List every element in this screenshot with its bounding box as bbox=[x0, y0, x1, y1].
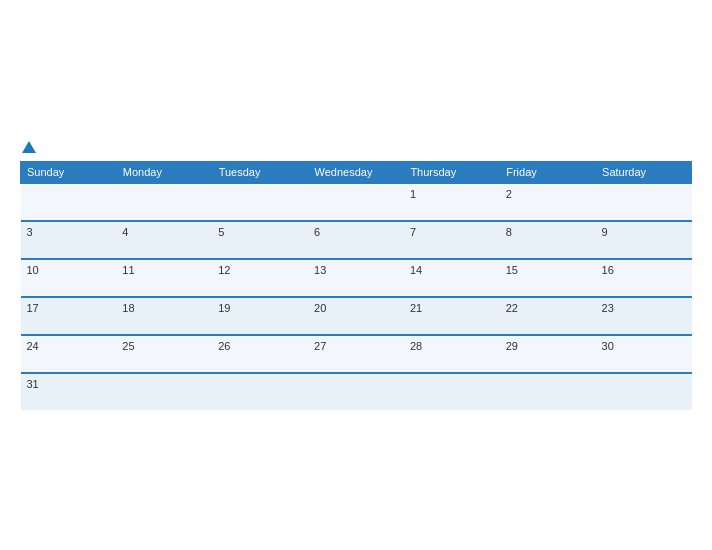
day-number: 5 bbox=[218, 226, 224, 238]
calendar-cell bbox=[21, 183, 117, 221]
day-number: 11 bbox=[122, 264, 134, 276]
week-row-0: 12 bbox=[21, 183, 692, 221]
calendar-cell: 8 bbox=[500, 221, 596, 259]
day-number: 25 bbox=[122, 340, 134, 352]
day-number: 1 bbox=[410, 188, 416, 200]
calendar-body: 1234567891011121314151617181920212223242… bbox=[21, 183, 692, 410]
day-number: 31 bbox=[27, 378, 39, 390]
calendar-cell bbox=[500, 373, 596, 410]
weekday-header-friday: Friday bbox=[500, 161, 596, 183]
day-number: 3 bbox=[27, 226, 33, 238]
day-number: 2 bbox=[506, 188, 512, 200]
day-number: 14 bbox=[410, 264, 422, 276]
calendar-cell: 5 bbox=[212, 221, 308, 259]
calendar-cell bbox=[308, 183, 404, 221]
calendar-cell: 29 bbox=[500, 335, 596, 373]
weekday-header-saturday: Saturday bbox=[596, 161, 692, 183]
weekday-header-tuesday: Tuesday bbox=[212, 161, 308, 183]
calendar-cell: 12 bbox=[212, 259, 308, 297]
calendar-cell: 10 bbox=[21, 259, 117, 297]
day-number: 10 bbox=[27, 264, 39, 276]
calendar-cell: 18 bbox=[116, 297, 212, 335]
week-row-5: 31 bbox=[21, 373, 692, 410]
calendar-cell: 3 bbox=[21, 221, 117, 259]
weekday-header-thursday: Thursday bbox=[404, 161, 500, 183]
calendar-cell: 26 bbox=[212, 335, 308, 373]
calendar-cell: 2 bbox=[500, 183, 596, 221]
week-row-3: 17181920212223 bbox=[21, 297, 692, 335]
calendar-cell: 6 bbox=[308, 221, 404, 259]
day-number: 19 bbox=[218, 302, 230, 314]
calendar-cell: 28 bbox=[404, 335, 500, 373]
calendar-cell bbox=[116, 183, 212, 221]
day-number: 28 bbox=[410, 340, 422, 352]
calendar-cell: 15 bbox=[500, 259, 596, 297]
calendar-table: SundayMondayTuesdayWednesdayThursdayFrid… bbox=[20, 161, 692, 410]
calendar-cell: 25 bbox=[116, 335, 212, 373]
calendar-cell: 31 bbox=[21, 373, 117, 410]
calendar-cell: 19 bbox=[212, 297, 308, 335]
weekday-header-sunday: Sunday bbox=[21, 161, 117, 183]
day-number: 12 bbox=[218, 264, 230, 276]
day-number: 17 bbox=[27, 302, 39, 314]
logo-triangle-icon bbox=[22, 141, 36, 153]
week-row-4: 24252627282930 bbox=[21, 335, 692, 373]
day-number: 7 bbox=[410, 226, 416, 238]
calendar-cell bbox=[212, 373, 308, 410]
day-number: 29 bbox=[506, 340, 518, 352]
day-number: 24 bbox=[27, 340, 39, 352]
calendar-cell bbox=[596, 183, 692, 221]
day-number: 23 bbox=[602, 302, 614, 314]
calendar-cell bbox=[596, 373, 692, 410]
calendar-cell bbox=[308, 373, 404, 410]
calendar-cell bbox=[404, 373, 500, 410]
weekday-header-wednesday: Wednesday bbox=[308, 161, 404, 183]
day-number: 26 bbox=[218, 340, 230, 352]
calendar-cell: 13 bbox=[308, 259, 404, 297]
calendar-cell: 4 bbox=[116, 221, 212, 259]
calendar-cell: 16 bbox=[596, 259, 692, 297]
calendar-cell: 24 bbox=[21, 335, 117, 373]
day-number: 6 bbox=[314, 226, 320, 238]
calendar-cell: 11 bbox=[116, 259, 212, 297]
calendar-cell: 21 bbox=[404, 297, 500, 335]
day-number: 21 bbox=[410, 302, 422, 314]
day-number: 20 bbox=[314, 302, 326, 314]
calendar-cell: 27 bbox=[308, 335, 404, 373]
weekday-header-row: SundayMondayTuesdayWednesdayThursdayFrid… bbox=[21, 161, 692, 183]
day-number: 27 bbox=[314, 340, 326, 352]
logo bbox=[20, 141, 36, 153]
calendar-cell: 7 bbox=[404, 221, 500, 259]
day-number: 8 bbox=[506, 226, 512, 238]
calendar-cell: 17 bbox=[21, 297, 117, 335]
day-number: 4 bbox=[122, 226, 128, 238]
calendar-cell: 1 bbox=[404, 183, 500, 221]
week-row-2: 10111213141516 bbox=[21, 259, 692, 297]
day-number: 30 bbox=[602, 340, 614, 352]
day-number: 13 bbox=[314, 264, 326, 276]
calendar-header bbox=[20, 141, 692, 153]
calendar-cell bbox=[212, 183, 308, 221]
day-number: 22 bbox=[506, 302, 518, 314]
calendar-wrapper: SundayMondayTuesdayWednesdayThursdayFrid… bbox=[10, 131, 702, 420]
week-row-1: 3456789 bbox=[21, 221, 692, 259]
weekday-header-monday: Monday bbox=[116, 161, 212, 183]
calendar-cell: 30 bbox=[596, 335, 692, 373]
calendar-cell: 9 bbox=[596, 221, 692, 259]
day-number: 16 bbox=[602, 264, 614, 276]
day-number: 9 bbox=[602, 226, 608, 238]
calendar-cell: 23 bbox=[596, 297, 692, 335]
calendar-cell bbox=[116, 373, 212, 410]
day-number: 18 bbox=[122, 302, 134, 314]
calendar-cell: 14 bbox=[404, 259, 500, 297]
calendar-cell: 20 bbox=[308, 297, 404, 335]
calendar-cell: 22 bbox=[500, 297, 596, 335]
day-number: 15 bbox=[506, 264, 518, 276]
